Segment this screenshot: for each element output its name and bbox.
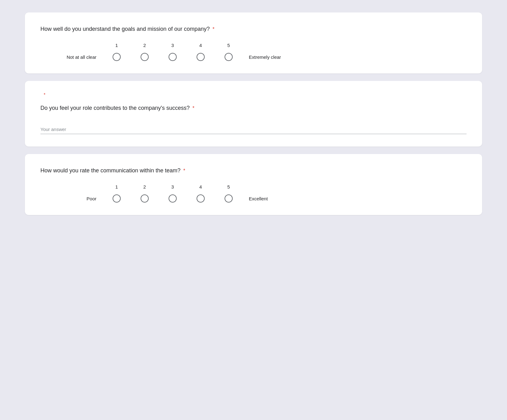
radio-3-1[interactable] xyxy=(113,194,121,203)
scale-left-label-3: Poor xyxy=(47,196,103,201)
radio-3-4[interactable] xyxy=(197,194,205,203)
radio-option-1-4[interactable] xyxy=(187,53,215,61)
scale-num-1-4: 4 xyxy=(187,43,215,48)
question-3-text: How would you rate the communication wit… xyxy=(40,166,467,175)
scale-num-3-4: 4 xyxy=(187,184,215,189)
scale-container-3: 1 2 3 4 5 Poor Excellent xyxy=(40,184,467,203)
radio-option-1-2[interactable] xyxy=(131,53,159,61)
required-star-3: * xyxy=(183,168,185,173)
radio-option-3-3[interactable] xyxy=(159,194,187,203)
radio-option-3-4[interactable] xyxy=(187,194,215,203)
question-card-1: How well do you understand the goals and… xyxy=(25,12,482,73)
question-card-2: * Do you feel your role contributes to t… xyxy=(25,81,482,147)
scale-num-1-1: 1 xyxy=(103,43,131,48)
radio-option-1-5[interactable] xyxy=(215,53,243,61)
question-1-text: How well do you understand the goals and… xyxy=(40,25,467,33)
scale-numbers-3: 1 2 3 4 5 xyxy=(103,184,243,189)
scale-num-1-3: 3 xyxy=(159,43,187,48)
scale-num-1-5: 5 xyxy=(215,43,243,48)
radio-option-1-3[interactable] xyxy=(159,53,187,61)
radio-3-5[interactable] xyxy=(225,194,233,203)
scale-row-3: Poor Excellent xyxy=(47,194,268,203)
radio-option-3-1[interactable] xyxy=(103,194,131,203)
scale-numbers-1: 1 2 3 4 5 xyxy=(103,43,243,48)
radio-1-2[interactable] xyxy=(141,53,149,61)
scale-num-3-3: 3 xyxy=(159,184,187,189)
scale-row-1: Not at all clear Extremely clear xyxy=(47,53,281,61)
scale-num-3-5: 5 xyxy=(215,184,243,189)
radio-1-1[interactable] xyxy=(113,53,121,61)
radio-option-3-2[interactable] xyxy=(131,194,159,203)
radio-option-1-1[interactable] xyxy=(103,53,131,61)
required-star-2: * xyxy=(44,92,45,97)
required-star-1: * xyxy=(212,26,214,32)
question-2-text: Do you feel your role contributes to the… xyxy=(40,104,467,112)
radio-1-3[interactable] xyxy=(169,53,177,61)
radio-option-3-5[interactable] xyxy=(215,194,243,203)
required-star-2-inline: * xyxy=(193,105,194,111)
radio-3-2[interactable] xyxy=(141,194,149,203)
scale-right-label-1: Extremely clear xyxy=(243,54,281,60)
radio-1-5[interactable] xyxy=(225,53,233,61)
scale-left-label-1: Not at all clear xyxy=(47,54,103,60)
scale-num-3-2: 2 xyxy=(131,184,159,189)
scale-num-1-2: 2 xyxy=(131,43,159,48)
scale-right-label-3: Excellent xyxy=(243,196,268,201)
answer-input-2[interactable] xyxy=(40,125,467,134)
question-card-3: How would you rate the communication wit… xyxy=(25,154,482,215)
scale-num-3-1: 1 xyxy=(103,184,131,189)
radio-1-4[interactable] xyxy=(197,53,205,61)
scale-container-1: 1 2 3 4 5 Not at all clear Extremely cl xyxy=(40,43,467,61)
radio-3-3[interactable] xyxy=(169,194,177,203)
